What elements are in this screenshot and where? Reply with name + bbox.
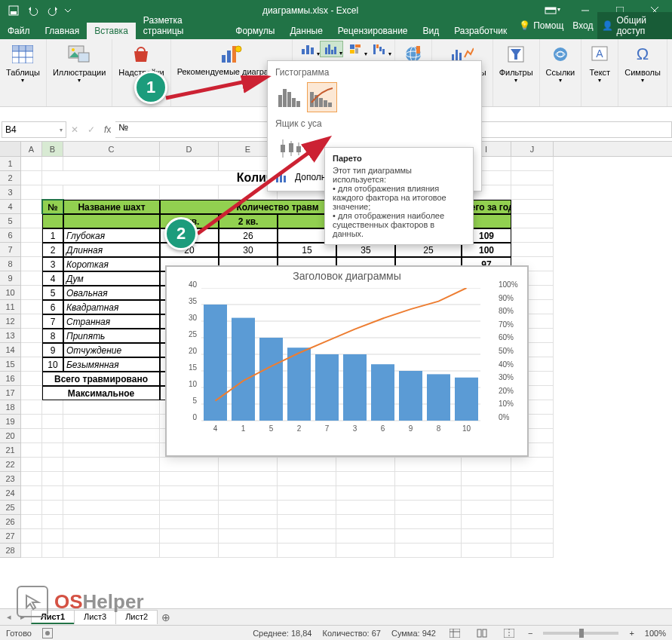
sheet-nav-prev[interactable]: ◂: [3, 611, 15, 623]
cell[interactable]: [160, 458, 219, 472]
col-header-J[interactable]: J: [511, 142, 554, 156]
cell-n[interactable]: 4: [42, 271, 63, 286]
cell[interactable]: [511, 185, 554, 200]
histogram-option[interactable]: [275, 82, 305, 112]
cell[interactable]: [336, 501, 395, 515]
cell[interactable]: [21, 343, 42, 357]
cell-name[interactable]: Квадратная: [63, 300, 160, 314]
cell[interactable]: [21, 501, 42, 515]
redo-icon[interactable]: [44, 2, 62, 20]
cell[interactable]: [511, 515, 554, 529]
footer-max-label[interactable]: Максимальное: [42, 386, 160, 400]
cell[interactable]: [42, 429, 63, 443]
row-header-18[interactable]: 18: [0, 400, 21, 415]
cell-name[interactable]: Глубокая: [63, 228, 160, 243]
cell[interactable]: [336, 544, 395, 558]
cell-name[interactable]: Странная: [63, 314, 160, 329]
sign-in[interactable]: Вход: [568, 17, 597, 34]
cell[interactable]: [63, 429, 160, 443]
cell[interactable]: [336, 458, 395, 472]
cell[interactable]: [21, 386, 42, 400]
cell[interactable]: [42, 515, 63, 529]
row-header-17[interactable]: 17: [0, 386, 21, 400]
cell[interactable]: [395, 544, 462, 558]
save-icon[interactable]: [5, 2, 23, 20]
cell[interactable]: [21, 458, 42, 472]
cell[interactable]: [63, 443, 160, 458]
cell-name[interactable]: Овальная: [63, 286, 160, 300]
cell[interactable]: [63, 157, 160, 171]
cell[interactable]: [462, 472, 511, 486]
cell[interactable]: [21, 200, 42, 214]
cell[interactable]: [462, 515, 511, 529]
footer-sum-label[interactable]: Всего травмировано: [42, 372, 160, 386]
cell[interactable]: [336, 486, 395, 501]
zoom-in-button[interactable]: +: [629, 629, 634, 638]
cell[interactable]: [21, 544, 42, 558]
row-header-24[interactable]: 24: [0, 486, 21, 501]
cell[interactable]: [42, 415, 63, 429]
name-box[interactable]: B4▾: [2, 121, 66, 138]
histogram-chart-button[interactable]: ▾: [320, 41, 344, 57]
cell[interactable]: [21, 357, 42, 372]
cell[interactable]: [219, 472, 278, 486]
cell[interactable]: [160, 529, 219, 544]
cell[interactable]: [278, 458, 336, 472]
cell[interactable]: [160, 515, 219, 529]
illustrations-button[interactable]: Иллюстрации▾: [50, 41, 109, 85]
cell[interactable]: [160, 486, 219, 501]
tab-review[interactable]: Рецензирование: [330, 23, 416, 39]
cell[interactable]: [42, 458, 63, 472]
cell-name[interactable]: Короткая: [63, 257, 160, 271]
row-header-23[interactable]: 23: [0, 472, 21, 486]
enter-icon[interactable]: ✓: [83, 124, 100, 135]
cell[interactable]: [511, 472, 554, 486]
zoom-level[interactable]: 100%: [645, 629, 666, 638]
cell[interactable]: [511, 544, 554, 558]
cell[interactable]: [511, 171, 554, 185]
cell-n[interactable]: 1: [42, 228, 63, 243]
cell[interactable]: [21, 185, 42, 200]
cell[interactable]: [63, 214, 160, 228]
cell[interactable]: [336, 515, 395, 529]
hierarchy-chart-button[interactable]: ▾: [343, 41, 367, 57]
cell-name[interactable]: Безымянная: [63, 357, 160, 372]
cell-n[interactable]: 2: [42, 243, 63, 257]
row-header-2[interactable]: 2: [0, 171, 21, 185]
view-normal-button[interactable]: [446, 626, 463, 640]
row-header-16[interactable]: 16: [0, 372, 21, 386]
select-all-corner[interactable]: [0, 142, 21, 156]
row-header-22[interactable]: 22: [0, 458, 21, 472]
cell[interactable]: [160, 501, 219, 515]
cell[interactable]: [511, 501, 554, 515]
cell[interactable]: [63, 472, 160, 486]
row-header-14[interactable]: 14: [0, 343, 21, 357]
row-header-27[interactable]: 27: [0, 529, 21, 544]
cell[interactable]: [63, 415, 160, 429]
cell[interactable]: [42, 486, 63, 501]
cell[interactable]: [21, 157, 42, 171]
cell[interactable]: [395, 501, 462, 515]
cell[interactable]: [462, 544, 511, 558]
cell[interactable]: [63, 501, 160, 515]
cell[interactable]: [21, 472, 42, 486]
cell[interactable]: [63, 400, 160, 415]
cell[interactable]: [42, 544, 63, 558]
cell[interactable]: [21, 300, 42, 314]
cell[interactable]: [462, 458, 511, 472]
cell[interactable]: [21, 515, 42, 529]
row-header-4[interactable]: 4: [0, 200, 21, 214]
row-header-1[interactable]: 1: [0, 157, 21, 171]
row-header-10[interactable]: 10: [0, 286, 21, 300]
row-header-11[interactable]: 11: [0, 300, 21, 314]
cell[interactable]: [21, 171, 42, 185]
tell-me[interactable]: 💡Помощ: [514, 17, 568, 34]
cell[interactable]: [21, 271, 42, 286]
share-button[interactable]: 👤Общий доступ: [597, 12, 672, 39]
cell[interactable]: [219, 544, 278, 558]
cell-name[interactable]: Дум: [63, 271, 160, 286]
cell[interactable]: [278, 544, 336, 558]
zoom-out-button[interactable]: −: [528, 629, 532, 638]
cell[interactable]: [395, 515, 462, 529]
cell[interactable]: [278, 529, 336, 544]
